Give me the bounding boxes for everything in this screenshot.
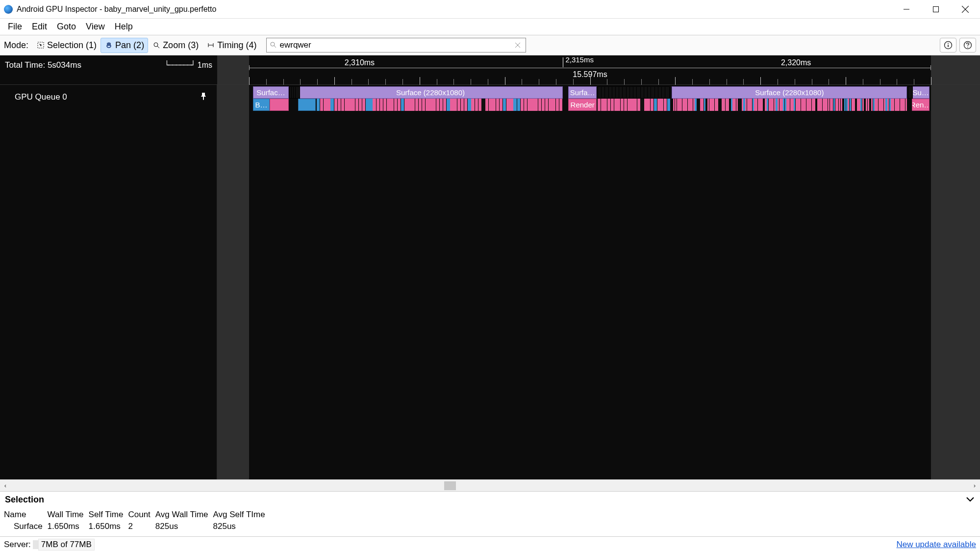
mode-selection-button[interactable]: Selection (1)	[32, 38, 101, 53]
svg-point-15	[948, 43, 949, 44]
update-link[interactable]: New update available	[896, 540, 976, 550]
track-right-gutter	[931, 85, 980, 479]
cell-count: 2	[128, 521, 155, 532]
cell-name: Surface	[4, 521, 48, 532]
timing-icon	[206, 42, 215, 49]
title-bar: Android GPU Inspector - baby_marvel_unit…	[0, 0, 980, 19]
timeline-ruler[interactable]: 2,310ms 2,315ms 2,320ms 15.597ms	[249, 55, 931, 84]
minimize-button[interactable]	[892, 0, 921, 19]
menu-file[interactable]: File	[3, 20, 27, 34]
app-icon	[4, 5, 13, 14]
window-controls	[892, 0, 980, 19]
mode-timing-label: Timing (4)	[217, 40, 256, 51]
menu-edit[interactable]: Edit	[27, 20, 52, 34]
slice-render[interactable]: Render	[568, 99, 597, 111]
mode-zoom-label: Zoom (3)	[163, 40, 199, 51]
col-wall-time[interactable]: Wall Time	[48, 509, 89, 521]
info-button[interactable]	[940, 38, 956, 53]
svg-point-10	[271, 42, 275, 46]
track-canvas[interactable]: Surfac… Surface (2280x1080) Surfa… Surfa…	[217, 85, 980, 479]
scale-value: 1ms	[198, 61, 212, 70]
server-label: Server:	[4, 540, 31, 550]
track-label-row[interactable]: GPU Queue 0	[0, 85, 217, 109]
chevron-down-icon[interactable]	[965, 495, 975, 505]
ruler-label-2: 2,320ms	[781, 58, 811, 67]
col-avg-wall[interactable]: Avg Wall Time	[155, 509, 213, 521]
total-time-label: Total Time: 5s034ms	[5, 60, 81, 70]
close-button[interactable]	[951, 0, 980, 19]
svg-point-18	[967, 47, 968, 48]
selection-table: Name Wall Time Self Time Count Avg Wall …	[0, 508, 980, 536]
window-title: Android GPU Inspector - baby_marvel_unit…	[17, 5, 892, 14]
scale-bracket-icon: └──────┘	[165, 60, 195, 70]
svg-rect-1	[933, 6, 939, 12]
mode-timing-button[interactable]: Timing (4)	[202, 38, 260, 53]
menu-bar: File Edit Goto View Help	[0, 19, 980, 35]
memory-text: 7MB of 77MB	[38, 539, 95, 551]
svg-point-5	[154, 43, 158, 47]
maximize-button[interactable]	[921, 0, 951, 19]
slice-child[interactable]	[298, 99, 316, 111]
selection-panel: Selection Name Wall Time Self Time Count…	[0, 491, 980, 536]
pan-icon	[104, 42, 113, 49]
search-icon	[270, 40, 277, 51]
mode-pan-label: Pan (2)	[115, 40, 144, 51]
col-avg-self[interactable]: Avg Self TIme	[213, 509, 270, 521]
ruler-range-cap-right	[930, 65, 931, 70]
help-button[interactable]	[959, 38, 976, 53]
cell-avg-wall: 825us	[155, 521, 213, 532]
ruler-marker-label: 2,315ms	[565, 55, 594, 64]
zoom-icon	[152, 42, 161, 49]
track-row-children: B… Render Ren…	[249, 99, 931, 111]
cell-avg-self: 825us	[213, 521, 270, 532]
track-area[interactable]: Surfac… Surface (2280x1080) Surfa… Surfa…	[249, 85, 931, 479]
scroll-track[interactable]	[11, 480, 969, 491]
col-self-time[interactable]: Self Time	[89, 509, 128, 521]
menu-goto[interactable]: Goto	[52, 20, 81, 34]
selection-heading: Selection	[5, 495, 44, 505]
profile-body: GPU Queue 0 Surfac… Surface (2280x1080) …	[0, 85, 980, 479]
timeline-right-gutter	[931, 55, 980, 84]
track-row-gaps	[249, 86, 931, 99]
profile-area: Total Time: 5s034ms └──────┘ 1ms 2,310ms…	[0, 55, 980, 479]
track-label: GPU Queue 0	[15, 92, 67, 102]
timeline-left-gutter	[217, 55, 249, 84]
col-count[interactable]: Count	[128, 509, 155, 521]
profile-header-left: Total Time: 5s034ms └──────┘ 1ms	[0, 55, 217, 84]
scroll-left-arrow[interactable]: ‹	[0, 482, 11, 489]
mode-pan-button[interactable]: Pan (2)	[101, 38, 148, 53]
mode-label: Mode:	[4, 40, 28, 51]
ruler-marker	[563, 57, 563, 67]
selection-icon	[36, 42, 45, 49]
selection-header[interactable]: Selection	[0, 492, 980, 508]
svg-line-11	[274, 46, 276, 48]
ruler-ticks	[249, 79, 931, 85]
mode-zoom-button[interactable]: Zoom (3)	[148, 38, 202, 53]
slice-child[interactable]: B…	[253, 99, 269, 111]
search-field[interactable]	[266, 38, 526, 53]
ruler-range-line	[249, 68, 931, 68]
horizontal-scrollbar[interactable]: ‹ ›	[0, 479, 980, 491]
col-name[interactable]: Name	[4, 509, 48, 521]
slice-child[interactable]	[270, 99, 289, 111]
menu-view[interactable]: View	[81, 20, 110, 34]
cell-wall: 1.650ms	[48, 521, 89, 532]
table-row[interactable]: Surface 1.650ms 1.650ms 2 825us 825us	[4, 521, 270, 532]
svg-line-6	[157, 46, 159, 48]
timeline-header[interactable]: 2,310ms 2,315ms 2,320ms 15.597ms	[217, 55, 980, 84]
ruler-range-cap-left	[249, 65, 250, 70]
status-bar: Server: 7MB of 77MB New update available	[0, 536, 980, 552]
toolbar: Mode: Selection (1) Pan (2) Zoom (3) Tim…	[0, 35, 980, 55]
profile-header: Total Time: 5s034ms └──────┘ 1ms 2,310ms…	[0, 55, 980, 85]
clear-search-icon[interactable]	[515, 40, 523, 51]
pin-icon[interactable]	[200, 92, 207, 103]
slice-render[interactable]: Ren…	[912, 99, 930, 111]
cell-self: 1.650ms	[89, 521, 128, 532]
scroll-right-arrow[interactable]: ›	[969, 482, 980, 489]
menu-help[interactable]: Help	[110, 20, 138, 34]
track-left-gutter	[217, 85, 249, 479]
time-scale: └──────┘ 1ms	[165, 60, 212, 70]
scroll-thumb[interactable]	[444, 481, 456, 490]
search-input[interactable]	[279, 40, 515, 50]
ruler-label-0: 2,310ms	[345, 58, 375, 67]
